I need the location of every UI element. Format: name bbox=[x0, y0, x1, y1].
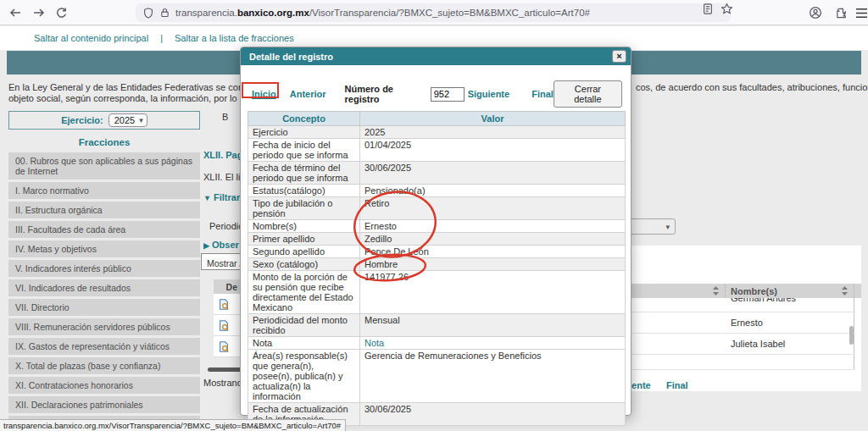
sidebar-item-fraccion[interactable]: III. Facultades de cada área bbox=[8, 221, 200, 238]
valor-cell: 2025 bbox=[360, 126, 626, 139]
fraccion-xlii-text: XLII. El list bbox=[203, 172, 241, 182]
sidebar-item-fraccion[interactable]: VI. Indicadores de resultados bbox=[8, 279, 200, 296]
numero-registro-label: Número de registro bbox=[345, 84, 424, 104]
chevron-down-icon: ▾ bbox=[139, 116, 143, 124]
filtrar-toggle[interactable]: ▼ Filtrar bbox=[203, 192, 241, 202]
view-detail-icon[interactable] bbox=[218, 340, 230, 353]
vertical-scrollbar-thumb[interactable] bbox=[849, 326, 854, 345]
chevron-down-icon: ▾ bbox=[665, 223, 670, 231]
sidebar-item-fraccion[interactable]: VII. Directorio bbox=[8, 299, 200, 316]
concepto-cell: Monto de la porción de su pensión que re… bbox=[248, 271, 360, 314]
concepto-cell: Ejercicio bbox=[248, 126, 360, 139]
detail-row: Periodicidad del monto recibidoMensual bbox=[248, 314, 626, 337]
menu-hamburger-icon[interactable] bbox=[851, 3, 868, 23]
url-text: transparencia.banxico.org.mx/VisorTransp… bbox=[175, 8, 590, 18]
detail-row: Sexo (catálogo)Hombre bbox=[248, 258, 626, 271]
detalle-column-header: De bbox=[214, 279, 241, 294]
sidebar-item-fraccion[interactable]: IX. Gastos de representación y viáticos bbox=[8, 338, 200, 355]
results-table-header: Nombre(s) bbox=[625, 284, 861, 298]
detail-row: Segundo apellidoPonce De León bbox=[248, 246, 626, 258]
sidebar-item-fraccion[interactable]: V. Indicadores interés público bbox=[8, 260, 200, 277]
sidebar-item-fraccion[interactable]: XI. Contrataciones honorarios bbox=[8, 377, 200, 394]
results-table-rows: Germán AndrésErnestoJulieta Isabel bbox=[625, 298, 855, 370]
ejercicio-filter-box: Ejercicio: 2025 ▾ bbox=[8, 111, 200, 130]
final-link[interactable]: Final bbox=[666, 380, 688, 390]
fracciones-list: 00. Rubros que son aplicables a sus pági… bbox=[8, 152, 200, 431]
detail-row: Primer apellidoZedillo bbox=[248, 233, 626, 246]
back-icon[interactable] bbox=[5, 3, 25, 23]
valor-cell: Mensual bbox=[360, 314, 626, 337]
table-row[interactable] bbox=[214, 336, 241, 357]
valor-cell[interactable]: Nota bbox=[360, 337, 626, 350]
bookmark-star-icon[interactable] bbox=[721, 3, 733, 15]
forward-icon[interactable] bbox=[29, 3, 49, 23]
concepto-cell: Nota bbox=[248, 337, 360, 350]
table-row bbox=[625, 355, 855, 370]
concepto-cell: Segundo apellido bbox=[248, 246, 360, 258]
triangle-down-icon: ▼ bbox=[203, 194, 211, 202]
lock-icon bbox=[159, 7, 170, 19]
siguiente-link-fragment[interactable]: iente bbox=[629, 380, 651, 390]
sidebar-item-fraccion[interactable]: II. Estructura orgánica bbox=[8, 202, 200, 218]
modal-table-body: Ejercicio2025Fecha de inicio del periodo… bbox=[248, 126, 626, 426]
close-icon[interactable]: × bbox=[612, 50, 626, 63]
valor-cell: Gerencia de Remuneraciones y Beneficios bbox=[360, 350, 626, 403]
valor-column-header: Valor bbox=[360, 112, 626, 126]
observaciones-toggle[interactable]: ▶ Obser bbox=[203, 240, 241, 250]
valor-cell: 30/06/2025 bbox=[360, 403, 626, 426]
valor-cell: Zedillo bbox=[360, 233, 626, 246]
sidebar-item-fraccion[interactable]: XII. Declaraciones patrimoniales bbox=[8, 396, 200, 413]
modal-record-nav: Inicio Anterior Número de registro Sigui… bbox=[241, 85, 631, 103]
valor-cell: Ernesto bbox=[360, 220, 626, 233]
skip-to-fracciones-link[interactable]: Saltar a la lista de fracciones bbox=[175, 33, 294, 43]
intro-paragraph-left: En la Ley General y de las Entidades Fed… bbox=[8, 82, 240, 104]
concepto-cell: Fecha de inicio del periodo que se infor… bbox=[248, 139, 360, 162]
table-row[interactable] bbox=[214, 315, 241, 336]
siguiente-link[interactable]: Siguiente bbox=[468, 89, 510, 99]
detail-row: Ejercicio2025 bbox=[248, 126, 626, 139]
sort-icon[interactable] bbox=[712, 286, 720, 296]
table-row[interactable]: Julieta Isabel bbox=[625, 334, 855, 355]
nombre-cell: Julieta Isabel bbox=[731, 339, 785, 349]
sort-icon[interactable] bbox=[841, 286, 849, 296]
intro-paragraph-right: cos, de acuerdo con sus facultades, atri… bbox=[636, 82, 868, 92]
url-bar[interactable]: transparencia.banxico.org.mx/VisorTransp… bbox=[136, 3, 731, 22]
cerrar-detalle-button[interactable]: Cerrar detalle bbox=[554, 80, 622, 108]
fraccion-xlii-title: XLII. Pago bbox=[203, 150, 241, 160]
sidebar-item-fraccion[interactable]: VIII. Remuneración servidores públicos bbox=[8, 318, 200, 335]
table-row[interactable]: Ernesto bbox=[625, 312, 855, 334]
ejercicio-label: Ejercicio: bbox=[61, 115, 103, 125]
inicio-link[interactable]: Inicio bbox=[252, 89, 276, 99]
view-detail-icon[interactable] bbox=[218, 319, 230, 332]
shield-icon[interactable] bbox=[142, 7, 154, 19]
table-row[interactable]: Germán Andrés bbox=[625, 298, 855, 312]
table-row[interactable] bbox=[214, 294, 241, 315]
numero-registro-input[interactable] bbox=[431, 87, 465, 102]
concepto-column-header: Concepto bbox=[248, 112, 360, 126]
valor-cell: Pensionado(a) bbox=[360, 185, 626, 197]
reader-mode-icon[interactable] bbox=[702, 3, 714, 15]
mostrar-ocultar-button[interactable]: Mostrar / bbox=[201, 253, 242, 270]
nota-link[interactable]: Nota bbox=[364, 338, 384, 348]
detail-row: Nombre(s)Ernesto bbox=[248, 220, 626, 233]
ejercicio-select[interactable]: 2025 ▾ bbox=[108, 113, 147, 127]
valor-cell: 30/06/2025 bbox=[360, 162, 626, 185]
sidebar-item-fraccion[interactable]: 00. Rubros que son aplicables a sus pági… bbox=[8, 152, 200, 180]
valor-cell: Hombre bbox=[360, 258, 626, 271]
final-link[interactable]: Final bbox=[531, 89, 554, 99]
skip-to-content-link[interactable]: Saltar al contenido principal bbox=[34, 33, 148, 43]
concepto-cell: Nombre(s) bbox=[248, 220, 360, 233]
anterior-link[interactable]: Anterior bbox=[290, 89, 326, 99]
sidebar-item-fraccion[interactable]: IV. Metas y objetivos bbox=[8, 240, 200, 257]
detail-table: Concepto Valor Ejercicio2025Fecha de ini… bbox=[248, 111, 626, 426]
valor-cell: 141977.26 bbox=[360, 271, 626, 314]
sidebar-item-fraccion[interactable]: X. Total de plazas (base y confianza) bbox=[8, 357, 200, 374]
reload-icon[interactable] bbox=[51, 3, 71, 23]
periodicidad-label-fragment: Periodic bbox=[209, 221, 241, 231]
sidebar-item-fraccion[interactable]: I. Marco normativo bbox=[8, 182, 200, 199]
nombres-column-header[interactable]: Nombre(s) bbox=[731, 286, 777, 296]
view-detail-icon[interactable] bbox=[218, 298, 230, 311]
concepto-cell: Fecha de término del periodo que se info… bbox=[248, 162, 360, 185]
account-icon[interactable] bbox=[805, 3, 826, 23]
extensions-puzzle-icon[interactable] bbox=[831, 3, 851, 23]
